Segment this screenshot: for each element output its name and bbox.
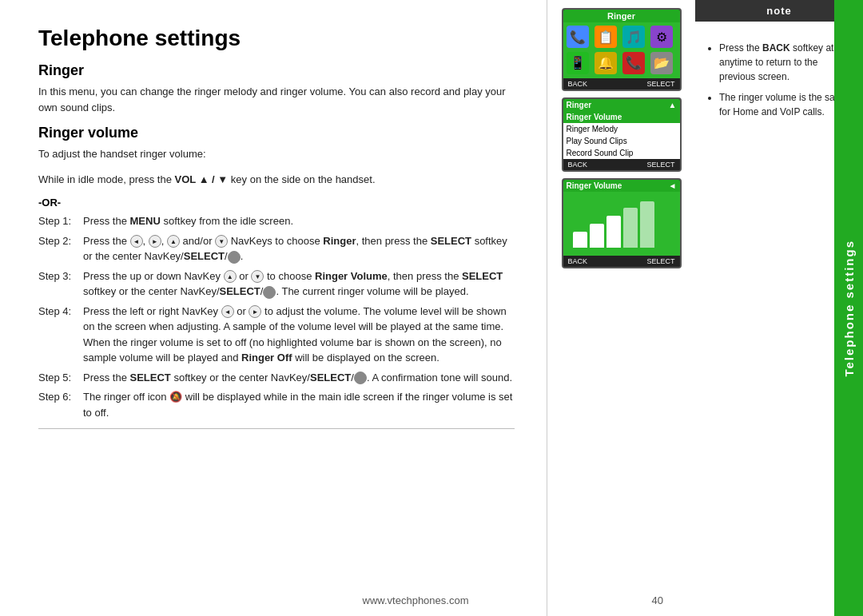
icon-cell-2: 📋 [595, 26, 617, 48]
main-content: Telephone settings Ringer In this menu, … [0, 0, 547, 616]
screen2-header: Ringer ▲ [563, 99, 680, 111]
screen2-select: SELECT [646, 161, 674, 169]
vol-bar-2 [590, 224, 604, 248]
icon-cell-7: 📞 [622, 52, 645, 74]
step-1-num: Step 1: [38, 213, 83, 229]
screen3-back: BACK [568, 257, 588, 265]
screen2-back: BACK [568, 161, 588, 169]
vol-bar-3 [606, 216, 621, 248]
screen1-footer: BACK SELECT [563, 78, 680, 89]
vertical-tab: Telephone settings [834, 0, 863, 616]
navkey-down2-icon: ▼ [251, 270, 264, 283]
note-bullet-1: Press the BACK softkey at anytime to ret… [719, 41, 852, 84]
ringer-volume-title: Ringer volume [38, 125, 515, 141]
step-5-content: Press the SELECT softkey or the center N… [83, 370, 515, 386]
ringer-description: In this menu, you can change the ringer … [38, 84, 515, 115]
screen2-menu: Ringer Volume Ringer Melody Play Sound C… [563, 111, 680, 159]
step-4-content: Press the left or right NavKey ◄ or ► to… [83, 304, 515, 366]
note-bullet-2: The ringer volume is the same for Home a… [719, 90, 852, 119]
page-title: Telephone settings [38, 26, 515, 51]
screen1-back: BACK [568, 80, 588, 88]
navkey-down-icon: ▼ [215, 235, 228, 248]
ringer-volume-intro: To adjust the handset ringer volume: [38, 146, 515, 162]
phone-screen-2: Ringer ▲ Ringer Volume Ringer Melody Pla… [562, 97, 682, 172]
menu-item-ringer-volume: Ringer Volume [563, 111, 680, 123]
step-3: Step 3: Press the up or down NavKey ▲ or… [38, 268, 515, 300]
navkey-right-icon: ► [149, 235, 161, 248]
icon-cell-5: 📱 [567, 52, 589, 74]
menu-item-ringer-melody: Ringer Melody [563, 123, 680, 135]
navkey-left2-icon: ◄ [221, 305, 234, 318]
icon-cell-3: 🎵 [622, 26, 645, 48]
screen3-header: Ringer Volume ◄ [563, 180, 680, 192]
menu-item-record-sound: Record Sound Clip [563, 147, 680, 159]
step-1-content: Press the MENU softkey from the idle scr… [83, 213, 515, 229]
screen1-icon-grid: 📞 📋 🎵 ⚙ 📱 🔔 📞 📂 [563, 22, 680, 78]
phone-screen-1: Ringer 📞 📋 🎵 ⚙ 📱 🔔 📞 📂 BACK SELECT [562, 8, 682, 91]
screen3-header-text: Ringer Volume [567, 181, 622, 190]
volume-screen-body [563, 192, 680, 256]
navkey-up2-icon: ▲ [224, 270, 237, 283]
step-4-num: Step 4: [38, 304, 83, 366]
screen2-arrow: ▲ [669, 101, 677, 109]
navkey-up-icon: ▲ [167, 235, 180, 248]
footer-divider [38, 428, 515, 429]
page-number: 40 [652, 594, 663, 606]
phone-screenshots: Ringer 📞 📋 🎵 ⚙ 📱 🔔 📞 📂 BACK SELECT Ringe… [547, 0, 695, 616]
icon-cell-1: 📞 [567, 26, 589, 48]
or-label: -OR- [38, 197, 515, 209]
footer-url: www.vtechphones.com [0, 594, 831, 606]
step-3-content: Press the up or down NavKey ▲ or ▼ to ch… [83, 268, 515, 300]
navkey-left-icon: ◄ [130, 235, 143, 248]
step-6-num: Step 6: [38, 389, 83, 420]
step-6: Step 6: The ringer off icon 🔕 will be di… [38, 389, 515, 420]
steps-list: Step 1: Press the MENU softkey from the … [38, 213, 515, 420]
select-circle2-icon [263, 286, 276, 299]
note-bullets: Press the BACK softkey at anytime to ret… [706, 41, 852, 119]
screen1-header: Ringer [563, 10, 680, 22]
idle-instruction: While in idle mode, press the VOL ▲ / ▼ … [38, 172, 515, 188]
vertical-tab-text: Telephone settings [842, 240, 856, 377]
screen3-arrow: ◄ [669, 181, 677, 190]
step-4: Step 4: Press the left or right NavKey ◄… [38, 304, 515, 366]
screen1-select: SELECT [646, 80, 674, 88]
screen2-header-text: Ringer [567, 101, 592, 109]
screen3-footer: BACK SELECT [563, 256, 680, 267]
navkey-right2-icon: ► [249, 305, 261, 318]
step-5: Step 5: Press the SELECT softkey or the … [38, 370, 515, 386]
phone-screen-3: Ringer Volume ◄ BACK SELECT [562, 178, 682, 268]
step-6-content: The ringer off icon 🔕 will be displayed … [83, 389, 515, 420]
vol-bar-4 [623, 208, 638, 248]
step-3-num: Step 3: [38, 268, 83, 300]
step-2: Step 2: Press the ◄, ►, ▲ and/or ▼ NavKe… [38, 233, 515, 264]
menu-item-play-sound: Play Sound Clips [563, 135, 680, 147]
select-circle-icon [228, 251, 241, 264]
step-2-content: Press the ◄, ►, ▲ and/or ▼ NavKeys to ch… [83, 233, 515, 264]
step-2-num: Step 2: [38, 233, 83, 264]
vol-bar-5 [640, 201, 654, 248]
ringer-section-title: Ringer [38, 62, 515, 79]
icon-cell-6: 🔔 [595, 52, 617, 74]
screen3-select: SELECT [646, 257, 674, 265]
screen2-footer: BACK SELECT [563, 159, 680, 170]
ringer-off-icon: 🔕 [169, 389, 182, 405]
icon-cell-4: ⚙ [650, 26, 673, 48]
vol-bar-1 [573, 232, 587, 248]
step-1: Step 1: Press the MENU softkey from the … [38, 213, 515, 229]
icon-cell-8: 📂 [650, 52, 673, 74]
select-circle3-icon [354, 372, 367, 384]
step-5-num: Step 5: [38, 370, 83, 386]
